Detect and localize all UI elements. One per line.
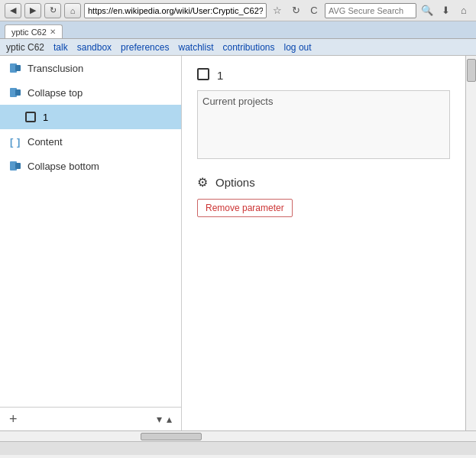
horizontal-scrollbar[interactable]: [0, 430, 476, 441]
forward-button[interactable]: ▶: [24, 3, 41, 18]
field-header-icon: [197, 68, 209, 83]
sidebar-transclusion-label: Transclusion: [28, 63, 83, 74]
active-tab[interactable]: yptic C62 ✕: [5, 24, 63, 38]
sidebar-item-1[interactable]: 1: [0, 105, 181, 129]
right-panel: 1 Current projects ⚙ Options Remove para…: [182, 56, 465, 430]
nav-watchlist[interactable]: watchlist: [178, 42, 213, 53]
sidebar-item-transclusion[interactable]: Transclusion: [0, 56, 181, 80]
collapse-top-icon: [9, 86, 21, 99]
options-title: Options: [215, 176, 255, 189]
sidebar-content-label: Content: [28, 136, 63, 148]
bookmark-icon[interactable]: ⌂: [456, 3, 471, 18]
wiki-navbar: yptic C62 talk sandbox preferences watch…: [0, 39, 476, 56]
arrow-down-button[interactable]: ▾: [157, 413, 162, 425]
sidebar-item-collapse-bottom[interactable]: Collapse bottom: [0, 154, 181, 178]
add-button[interactable]: +: [9, 412, 18, 426]
star-icon: ☆: [270, 3, 285, 18]
svg-rect-1: [15, 65, 21, 71]
sidebar-item-content[interactable]: [ ] Content: [0, 129, 181, 154]
main-content: Transclusion Collapse top: [0, 56, 476, 430]
tab-label: yptic C62: [11, 28, 47, 37]
sidebar-collapse-bottom-label: Collapse bottom: [28, 161, 99, 172]
vertical-scrollbar[interactable]: [465, 56, 476, 430]
field-header: 1: [197, 68, 450, 83]
scrollbar-thumb[interactable]: [467, 59, 476, 82]
tab-close-icon[interactable]: ✕: [50, 28, 56, 36]
nav-preferences[interactable]: preferences: [121, 42, 169, 53]
arrow-up-button[interactable]: ▴: [167, 413, 172, 425]
status-bar: [0, 441, 476, 455]
download-icon[interactable]: ⬇: [438, 3, 453, 18]
collapse-bottom-icon: [9, 160, 21, 172]
nav-logout[interactable]: log out: [284, 42, 312, 53]
h-scrollbar-thumb[interactable]: [141, 433, 202, 440]
gear-icon: ⚙: [197, 175, 208, 190]
field-1-icon: [24, 111, 37, 123]
reload-icon: C: [306, 3, 322, 18]
svg-rect-9: [198, 69, 209, 80]
nav-talk[interactable]: talk: [53, 42, 68, 53]
transclusion-icon: [9, 62, 21, 74]
sidebar-1-label: 1: [43, 112, 48, 123]
svg-text:[: [: [10, 136, 14, 148]
search-input[interactable]: [325, 3, 416, 18]
svg-rect-8: [15, 163, 21, 169]
refresh-icon: ↻: [288, 3, 303, 18]
search-icon[interactable]: 🔍: [419, 3, 435, 18]
arrow-buttons: ▾ ▴: [157, 413, 172, 425]
sidebar: Transclusion Collapse top: [0, 56, 182, 430]
options-section: ⚙ Options Remove parameter: [197, 175, 450, 217]
nav-contributions[interactable]: contributions: [222, 42, 274, 53]
field-textarea[interactable]: Current projects: [197, 90, 450, 159]
sidebar-bottom-controls: + ▾ ▴: [0, 407, 181, 430]
sidebar-collapse-top-label: Collapse top: [28, 87, 83, 99]
page-title-nav: yptic C62: [6, 42, 44, 53]
address-bar[interactable]: [84, 3, 267, 18]
home-button[interactable]: ⌂: [64, 3, 81, 18]
content-icon: [ ]: [9, 135, 21, 148]
nav-sandbox[interactable]: sandbox: [77, 42, 112, 53]
svg-rect-3: [15, 89, 21, 96]
refresh-button[interactable]: ↻: [44, 3, 61, 18]
remove-parameter-button[interactable]: Remove parameter: [197, 199, 293, 217]
field-number: 1: [217, 69, 223, 82]
svg-text:]: ]: [17, 136, 20, 148]
back-button[interactable]: ◀: [5, 3, 21, 18]
options-header: ⚙ Options: [197, 175, 450, 190]
svg-rect-4: [26, 112, 35, 122]
sidebar-item-collapse-top[interactable]: Collapse top: [0, 80, 181, 105]
